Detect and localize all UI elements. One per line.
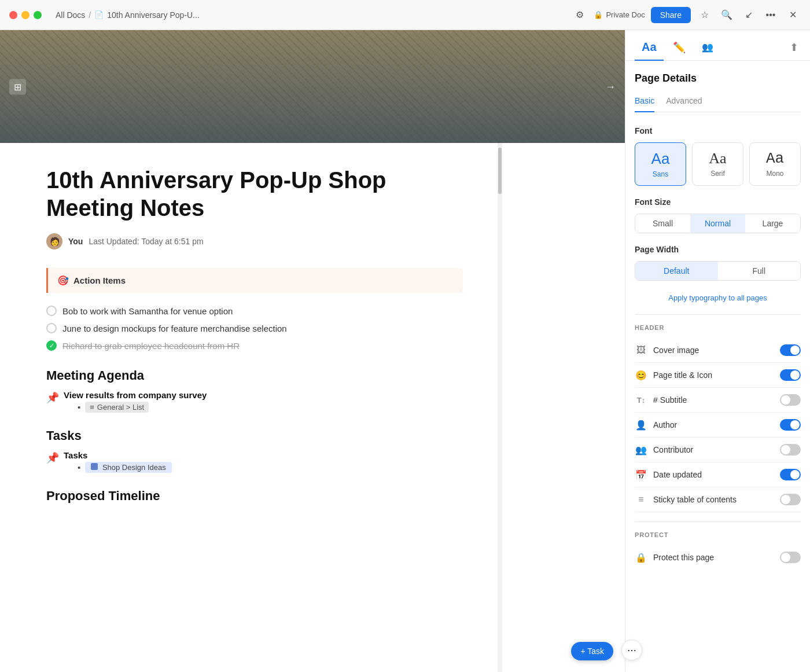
section-proposed-timeline: Proposed Timeline [46, 489, 463, 504]
tasks-bullet-list: • Shop Design Ideas [78, 460, 172, 475]
header-group-label: HEADER [635, 324, 801, 331]
size-small[interactable]: Small [635, 214, 690, 233]
sticky-toc-toggle[interactable] [780, 494, 801, 505]
expand-icon-btn[interactable]: ↙ [741, 7, 757, 23]
checklist-item-text: June to design mockups for feature merch… [62, 324, 287, 333]
author-label: Author [653, 420, 780, 429]
apply-typography-link[interactable]: Apply typography to all pages [668, 293, 767, 302]
font-option-serif[interactable]: Aa Serif [692, 142, 743, 186]
task-button[interactable]: + Task [571, 642, 613, 660]
size-normal[interactable]: Normal [690, 214, 745, 233]
date-updated-toggle[interactable] [780, 469, 801, 480]
content-area: ⊞ → 10th Anniversary Pop-Up ShopMeeting … [0, 30, 625, 672]
task-tag-text: Shop Design Ideas [102, 463, 166, 472]
author-toggle[interactable] [780, 419, 801, 431]
list-tag[interactable]: ≡ General > List [85, 402, 149, 413]
contributor-toggle[interactable] [780, 444, 801, 456]
toggle-subtitle: T↕ # Subtitle [635, 388, 801, 413]
check-unchecked-icon[interactable] [46, 323, 57, 333]
sidebar-toggle-btn[interactable]: ⊞ [9, 79, 26, 94]
page-title-toggle[interactable] [780, 369, 801, 381]
font-options: Aa Sans Aa Serif Aa Mono [635, 142, 801, 186]
pin-icon-tasks: 📌 [46, 451, 59, 464]
breadcrumb-separator: / [89, 10, 91, 20]
cover-image-toggle[interactable] [780, 344, 801, 356]
protect-page-toggle[interactable] [780, 552, 801, 563]
font-name-sans: Sans [653, 170, 668, 178]
contributor-icon: 👥 [635, 443, 647, 456]
toggle-contributor: 👥 Contributor [635, 438, 801, 462]
cover-image-area: ⊞ → [0, 30, 625, 143]
checklist-item[interactable]: Bob to work with Samantha for venue opti… [46, 302, 463, 320]
action-items-block: 🎯 Action Items [46, 268, 463, 293]
check-checked-icon[interactable]: ✓ [46, 340, 57, 351]
font-aa-serif: Aa [709, 150, 726, 167]
scroll-thumb [498, 148, 502, 194]
breadcrumb-doc-name[interactable]: 10th Anniversary Pop-U... [107, 10, 200, 20]
font-size-options: Small Normal Large [635, 214, 801, 233]
check-unchecked-icon[interactable] [46, 306, 57, 316]
close-panel-icon-btn[interactable]: ✕ [785, 7, 801, 23]
size-large[interactable]: Large [745, 214, 800, 233]
font-option-sans[interactable]: Aa Sans [635, 142, 686, 186]
search-icon-btn[interactable]: 🔍 [719, 7, 735, 23]
font-name-serif: Serif [710, 170, 725, 178]
toggle-date-updated: 📅 Date updated [635, 462, 801, 487]
subtitle-icon: T↕ [635, 394, 647, 406]
doc-title[interactable]: 10th Anniversary Pop-Up ShopMeeting Note… [46, 166, 463, 222]
panel-tab-text[interactable]: Aa [635, 35, 664, 61]
star-icon-btn[interactable]: ☆ [697, 7, 713, 23]
toggle-page-title: 😊 Page title & Icon [635, 363, 801, 388]
width-default[interactable]: Default [635, 262, 718, 280]
pin-icon: 📌 [46, 391, 59, 404]
minimize-button[interactable] [21, 11, 30, 19]
subtitle-toggle[interactable] [780, 394, 801, 406]
share-button[interactable]: Share [651, 7, 691, 23]
agenda-item-title: View results from company survey [64, 390, 207, 400]
avatar: 🧑 [46, 233, 62, 249]
task-tag[interactable]: Shop Design Ideas [85, 462, 171, 473]
scroll-track[interactable] [498, 143, 502, 672]
doc-content: 10th Anniversary Pop-Up ShopMeeting Note… [0, 143, 498, 672]
panel-tab-style[interactable]: ✏️ [666, 35, 693, 61]
tasks-item: 📌 Tasks • Shop Design Ideas [46, 450, 463, 484]
cover-bg [0, 30, 625, 143]
panel-divider [635, 314, 801, 315]
tasks-item-title: Tasks [64, 450, 172, 460]
panel-tab-collab[interactable]: 👥 [695, 36, 720, 60]
close-button[interactable] [9, 11, 17, 19]
font-name-mono: Mono [766, 170, 783, 178]
width-full[interactable]: Full [718, 262, 801, 280]
checklist-item[interactable]: ✓ Richard to grab employee headcount fro… [46, 337, 463, 354]
font-option-mono[interactable]: Aa Mono [749, 142, 801, 186]
settings-icon-btn[interactable]: ⚙ [572, 7, 588, 23]
bullet-dot: • [78, 402, 80, 412]
doc-meta: 🧑 You Last Updated: Today at 6:51 pm [46, 233, 463, 249]
dots-button[interactable]: ⋯ [621, 640, 642, 660]
sub-tab-advanced[interactable]: Advanced [666, 96, 702, 112]
more-icon-btn[interactable]: ••• [763, 7, 779, 23]
right-panel: Aa ✏️ 👥 ⬆ Page Details Basic Advanced Fo… [625, 30, 810, 672]
subtitle-label: # Subtitle [653, 395, 780, 405]
sub-tab-basic[interactable]: Basic [635, 96, 654, 112]
bullet-dot: • [78, 462, 80, 472]
sticky-toc-icon: ≡ [635, 493, 647, 506]
protect-page-label: Protect this page [653, 553, 780, 562]
checklist-item-text: Bob to work with Samantha for venue opti… [62, 306, 233, 316]
panel-tabs: Aa ✏️ 👥 ⬆ [625, 30, 810, 61]
privacy-badge[interactable]: 🔒 Private Doc [594, 10, 645, 19]
cover-image-label: Cover image [653, 346, 780, 355]
panel-title: Page Details [635, 72, 801, 85]
checklist: Bob to work with Samantha for venue opti… [46, 302, 463, 354]
breadcrumb-all-docs[interactable]: All Docs [56, 10, 85, 20]
checklist-item[interactable]: June to design mockups for feature merch… [46, 320, 463, 337]
doc-author: You [68, 237, 83, 246]
titlebar-actions: ⚙ 🔒 Private Doc Share ☆ 🔍 ↙ ••• ✕ [572, 7, 801, 23]
cover-arrow-icon: → [605, 80, 616, 93]
panel-export-btn[interactable]: ⬆ [787, 39, 801, 56]
list-tag-text: General > List [97, 403, 144, 412]
breadcrumb-doc-icon: 📄 [94, 10, 104, 19]
titlebar: All Docs / 📄 10th Anniversary Pop-U... ⚙… [0, 0, 810, 30]
maximize-button[interactable] [34, 11, 42, 19]
doc-updated: Last Updated: Today at 6:51 pm [89, 237, 203, 246]
